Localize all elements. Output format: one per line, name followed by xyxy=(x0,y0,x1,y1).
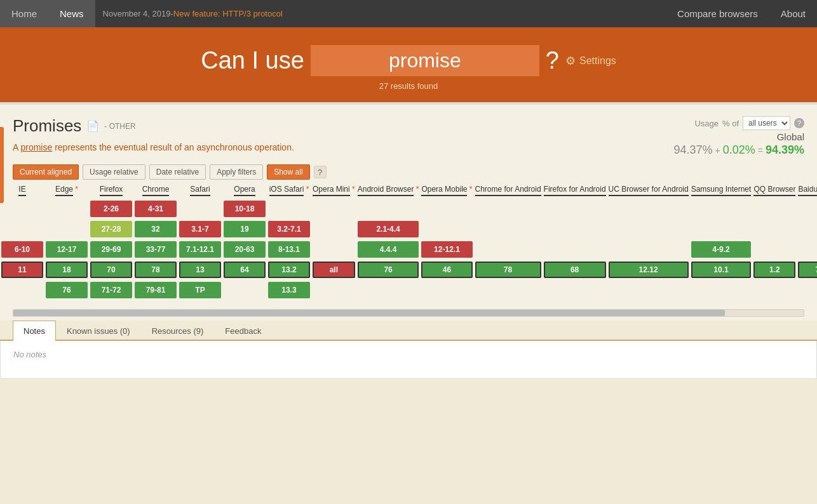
table-cell xyxy=(420,219,473,239)
browser-table-wrapper: IE Edge * Firefox Chrome Safari Opera iO… xyxy=(0,182,817,307)
usage-dropdown[interactable]: all users xyxy=(743,116,790,130)
table-cell[interactable]: 1.2 xyxy=(752,260,797,280)
table-cell[interactable]: 12.12 xyxy=(607,260,690,280)
th-edge: Edge * xyxy=(44,182,89,199)
th-uc-browser: UC Browser for Android xyxy=(607,182,690,199)
table-cell[interactable]: 64 xyxy=(222,260,267,280)
table-cell[interactable]: 3.1-7 xyxy=(178,219,222,239)
navigation: Home News November 4, 2019 - New feature… xyxy=(0,0,817,27)
table-cell[interactable]: 76 xyxy=(44,280,89,300)
table-cell xyxy=(44,219,89,239)
horizontal-scrollbar[interactable] xyxy=(13,309,804,317)
filter-bar: Current aligned Usage relative Date rela… xyxy=(0,161,817,182)
table-cell[interactable]: 7.1-12.1 xyxy=(178,239,222,260)
table-cell[interactable]: 10.1 xyxy=(690,260,753,280)
browser-table: IE Edge * Firefox Chrome Safari Opera iO… xyxy=(0,182,817,300)
th-chrome: Chrome xyxy=(133,182,178,199)
table-cell[interactable]: 3.2-7.1 xyxy=(267,219,311,239)
table-cell[interactable]: 71-72 xyxy=(89,280,133,300)
table-cell[interactable]: 78 xyxy=(474,260,543,280)
feature-doc-icon: 📄 xyxy=(86,120,99,132)
scrollbar-thumb[interactable] xyxy=(13,310,725,316)
table-cell[interactable]: 18 xyxy=(44,260,89,280)
table-cell[interactable]: 2-26 xyxy=(89,199,133,219)
filter-apply[interactable]: Apply filters xyxy=(210,164,263,180)
table-cell[interactable]: 70 xyxy=(89,260,133,280)
table-cell[interactable]: 32 xyxy=(133,219,178,239)
th-chrome-android-label: Chrome for Android xyxy=(475,185,541,196)
table-cell[interactable]: 10-18 xyxy=(222,199,267,219)
filter-help-icon[interactable]: ? xyxy=(314,166,327,178)
news-title: New feature: HTTP/3 protocol xyxy=(173,9,283,18)
table-cell[interactable]: 13 xyxy=(178,260,222,280)
table-cell[interactable]: 68 xyxy=(543,260,607,280)
table-cell[interactable]: 2.1-4.4 xyxy=(356,219,421,239)
table-cell xyxy=(474,239,543,260)
feature-description: A promise represents the eventual result… xyxy=(13,141,294,154)
tab-notes[interactable]: Notes xyxy=(13,321,56,341)
table-cell[interactable]: 27-28 xyxy=(89,219,133,239)
nav-news[interactable]: News xyxy=(48,0,95,27)
table-cell xyxy=(690,199,753,219)
table-cell[interactable]: 11 xyxy=(0,260,44,280)
th-opera-mini: Opera Mini * xyxy=(311,182,356,199)
feature-tag: - OTHER xyxy=(104,122,135,131)
feature-title-row: Promises 📄 - OTHER xyxy=(13,116,294,136)
table-cell xyxy=(474,280,543,300)
table-cell[interactable]: 4-31 xyxy=(133,199,178,219)
table-cell xyxy=(420,280,473,300)
table-cell[interactable]: 76 xyxy=(356,260,421,280)
th-ios-safari: iOS Safari * xyxy=(267,182,311,199)
table-row: 27-28323.1-7193.2-7.12.1-4.4 xyxy=(0,219,817,239)
table-cell[interactable]: 46 xyxy=(420,260,473,280)
filter-usage-relative[interactable]: Usage relative xyxy=(83,164,145,180)
table-cell xyxy=(690,219,753,239)
filter-date-relative[interactable]: Date relative xyxy=(149,164,206,180)
table-cell[interactable]: 6-10 xyxy=(0,239,44,260)
news-date: November 4, 2019 xyxy=(103,9,171,18)
nav-home[interactable]: Home xyxy=(0,0,48,27)
table-cell[interactable]: 33-77 xyxy=(133,239,178,260)
tab-known-issues[interactable]: Known issues (0) xyxy=(56,321,141,341)
table-cell[interactable]: 12-12.1 xyxy=(420,239,473,260)
table-cell[interactable]: TP xyxy=(178,280,222,300)
nav-about[interactable]: About xyxy=(769,0,817,27)
promise-link[interactable]: promise xyxy=(20,142,52,152)
table-cell xyxy=(752,239,797,260)
usage-help-icon[interactable]: ? xyxy=(794,118,804,128)
tab-resources[interactable]: Resources (9) xyxy=(141,321,215,341)
table-cell[interactable]: 29-69 xyxy=(89,239,133,260)
table-cell[interactable]: 79-81 xyxy=(133,280,178,300)
nav-right: Compare browsers About xyxy=(666,0,817,27)
th-qq-label: QQ Browser xyxy=(753,185,795,196)
nav-left: Home News November 4, 2019 - New feature… xyxy=(0,0,290,27)
left-accent-bar xyxy=(0,127,4,203)
table-cell xyxy=(311,199,356,219)
table-cell[interactable]: 7.1 xyxy=(797,260,817,280)
usage-area: Usage % of all users ? Global 94.37% + 0… xyxy=(673,116,804,157)
table-cell[interactable]: 13.3 xyxy=(267,280,311,300)
table-cell xyxy=(543,239,607,260)
settings-button[interactable]: ⚙ Settings xyxy=(565,54,616,68)
table-cell[interactable]: 13.2 xyxy=(267,260,311,280)
table-cell xyxy=(690,280,753,300)
table-cell[interactable]: 20-63 xyxy=(222,239,267,260)
table-cell xyxy=(752,219,797,239)
search-input[interactable] xyxy=(311,45,539,76)
th-android-label: Android Browser xyxy=(358,185,414,196)
table-cell[interactable]: 19 xyxy=(222,219,267,239)
table-cell[interactable]: 12-17 xyxy=(44,239,89,260)
table-cell[interactable]: 78 xyxy=(133,260,178,280)
nav-compare[interactable]: Compare browsers xyxy=(666,0,769,27)
table-cell[interactable]: 4.4.4 xyxy=(356,239,421,260)
table-cell[interactable]: 4-9.2 xyxy=(690,239,753,260)
table-cell xyxy=(543,219,607,239)
table-cell[interactable]: all xyxy=(311,260,356,280)
filter-current-aligned[interactable]: Current aligned xyxy=(13,164,79,180)
tab-content: No notes xyxy=(0,341,817,379)
filter-show-all[interactable]: Show all xyxy=(267,164,309,180)
tab-feedback[interactable]: Feedback xyxy=(214,321,272,341)
th-ios-safari-label: iOS Safari xyxy=(269,185,304,196)
table-cell xyxy=(797,280,817,300)
table-cell[interactable]: 8-13.1 xyxy=(267,239,311,260)
